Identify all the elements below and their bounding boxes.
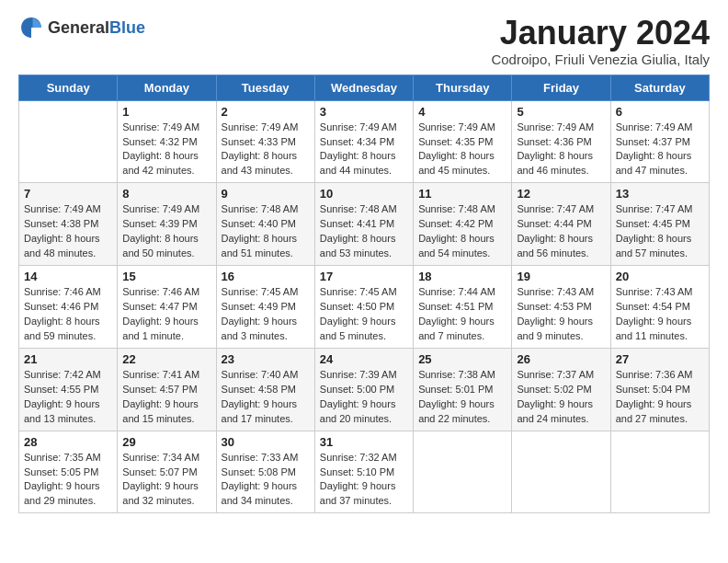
day-number: 13 (616, 187, 704, 201)
cell-details: Sunrise: 7:39 AMSunset: 5:00 PMDaylight:… (320, 369, 397, 424)
calendar-day-cell (512, 431, 610, 513)
cell-details: Sunrise: 7:45 AMSunset: 4:50 PMDaylight:… (320, 286, 397, 341)
calendar-day-cell: 6Sunrise: 7:49 AMSunset: 4:37 PMDaylight… (610, 100, 709, 183)
calendar-day-cell: 13Sunrise: 7:47 AMSunset: 4:45 PMDayligh… (610, 183, 709, 266)
calendar-day-cell: 8Sunrise: 7:49 AMSunset: 4:39 PMDaylight… (118, 183, 216, 266)
weekday-header-cell: Monday (118, 75, 216, 100)
calendar-day-cell: 11Sunrise: 7:48 AMSunset: 4:42 PMDayligh… (414, 183, 512, 266)
day-number: 3 (320, 105, 408, 119)
calendar-day-cell: 16Sunrise: 7:45 AMSunset: 4:49 PMDayligh… (216, 266, 314, 349)
cell-details: Sunrise: 7:45 AMSunset: 4:49 PMDaylight:… (222, 286, 299, 341)
cell-details: Sunrise: 7:46 AMSunset: 4:46 PMDaylight:… (24, 286, 101, 341)
weekday-header-cell: Tuesday (216, 75, 314, 100)
cell-details: Sunrise: 7:47 AMSunset: 4:45 PMDaylight:… (616, 203, 693, 259)
calendar-day-cell: 3Sunrise: 7:49 AMSunset: 4:34 PMDaylight… (314, 100, 413, 183)
day-number: 23 (222, 352, 310, 366)
calendar-body: 1Sunrise: 7:49 AMSunset: 4:32 PMDaylight… (19, 100, 710, 513)
page-header: GeneralBlue January 2024 Codroipo, Friul… (18, 15, 710, 67)
calendar-day-cell: 28Sunrise: 7:35 AMSunset: 5:05 PMDayligh… (19, 431, 118, 513)
day-number: 20 (616, 270, 704, 283)
calendar-day-cell: 17Sunrise: 7:45 AMSunset: 4:50 PMDayligh… (314, 266, 413, 349)
title-block: January 2024 Codroipo, Friuli Venezia Gi… (491, 15, 710, 67)
calendar-day-cell: 29Sunrise: 7:34 AMSunset: 5:07 PMDayligh… (118, 431, 216, 513)
day-number: 15 (122, 270, 210, 283)
cell-details: Sunrise: 7:44 AMSunset: 4:51 PMDaylight:… (418, 286, 495, 341)
cell-details: Sunrise: 7:49 AMSunset: 4:39 PMDaylight:… (122, 203, 199, 259)
cell-details: Sunrise: 7:32 AMSunset: 5:10 PMDaylight:… (320, 452, 397, 507)
cell-details: Sunrise: 7:35 AMSunset: 5:05 PMDaylight:… (24, 452, 101, 507)
calendar-day-cell: 25Sunrise: 7:38 AMSunset: 5:01 PMDayligh… (414, 348, 512, 431)
cell-details: Sunrise: 7:36 AMSunset: 5:04 PMDaylight:… (616, 369, 693, 424)
cell-details: Sunrise: 7:49 AMSunset: 4:35 PMDaylight:… (418, 121, 495, 177)
day-number: 5 (517, 105, 605, 119)
day-number: 4 (418, 105, 506, 119)
weekday-header-cell: Sunday (19, 75, 118, 100)
calendar-day-cell: 26Sunrise: 7:37 AMSunset: 5:02 PMDayligh… (512, 348, 610, 431)
cell-details: Sunrise: 7:34 AMSunset: 5:07 PMDaylight:… (122, 452, 199, 507)
logo-blue: Blue (109, 18, 145, 37)
day-number: 1 (122, 105, 210, 119)
cell-details: Sunrise: 7:42 AMSunset: 4:55 PMDaylight:… (24, 369, 101, 424)
cell-details: Sunrise: 7:41 AMSunset: 4:57 PMDaylight:… (122, 369, 199, 424)
cell-details: Sunrise: 7:49 AMSunset: 4:37 PMDaylight:… (616, 121, 693, 177)
calendar-week-row: 1Sunrise: 7:49 AMSunset: 4:32 PMDaylight… (19, 100, 710, 183)
calendar-day-cell: 31Sunrise: 7:32 AMSunset: 5:10 PMDayligh… (314, 431, 413, 513)
weekday-header-cell: Wednesday (314, 75, 413, 100)
cell-details: Sunrise: 7:48 AMSunset: 4:41 PMDaylight:… (320, 203, 397, 259)
cell-details: Sunrise: 7:49 AMSunset: 4:34 PMDaylight:… (320, 121, 397, 177)
calendar-day-cell: 22Sunrise: 7:41 AMSunset: 4:57 PMDayligh… (118, 348, 216, 431)
logo: GeneralBlue (18, 15, 145, 40)
cell-details: Sunrise: 7:49 AMSunset: 4:36 PMDaylight:… (517, 121, 594, 177)
weekday-header-row: SundayMondayTuesdayWednesdayThursdayFrid… (19, 75, 710, 100)
day-number: 9 (222, 187, 310, 201)
cell-details: Sunrise: 7:38 AMSunset: 5:01 PMDaylight:… (418, 369, 495, 424)
calendar-table: SundayMondayTuesdayWednesdayThursdayFrid… (18, 75, 710, 514)
day-number: 18 (418, 270, 506, 283)
logo-text: GeneralBlue (48, 18, 145, 38)
calendar-day-cell: 12Sunrise: 7:47 AMSunset: 4:44 PMDayligh… (512, 183, 610, 266)
cell-details: Sunrise: 7:49 AMSunset: 4:38 PMDaylight:… (24, 203, 101, 259)
day-number: 7 (24, 187, 112, 201)
calendar-day-cell: 4Sunrise: 7:49 AMSunset: 4:35 PMDaylight… (414, 100, 512, 183)
cell-details: Sunrise: 7:40 AMSunset: 4:58 PMDaylight:… (222, 369, 299, 424)
cell-details: Sunrise: 7:49 AMSunset: 4:33 PMDaylight:… (222, 121, 299, 177)
calendar-day-cell: 14Sunrise: 7:46 AMSunset: 4:46 PMDayligh… (19, 266, 118, 349)
cell-details: Sunrise: 7:43 AMSunset: 4:54 PMDaylight:… (616, 286, 693, 341)
cell-details: Sunrise: 7:46 AMSunset: 4:47 PMDaylight:… (122, 286, 199, 341)
day-number: 2 (222, 105, 310, 119)
day-number: 8 (122, 187, 210, 201)
day-number: 16 (222, 270, 310, 283)
day-number: 26 (517, 352, 605, 366)
calendar-week-row: 14Sunrise: 7:46 AMSunset: 4:46 PMDayligh… (19, 266, 710, 349)
day-number: 12 (517, 187, 605, 201)
calendar-day-cell: 30Sunrise: 7:33 AMSunset: 5:08 PMDayligh… (216, 431, 314, 513)
cell-details: Sunrise: 7:47 AMSunset: 4:44 PMDaylight:… (517, 203, 594, 259)
calendar-day-cell: 23Sunrise: 7:40 AMSunset: 4:58 PMDayligh… (216, 348, 314, 431)
logo-general: General (48, 18, 109, 37)
day-number: 31 (320, 435, 408, 449)
cell-details: Sunrise: 7:48 AMSunset: 4:42 PMDaylight:… (418, 203, 495, 259)
day-number: 11 (418, 187, 506, 201)
calendar-day-cell: 2Sunrise: 7:49 AMSunset: 4:33 PMDaylight… (216, 100, 314, 183)
day-number: 22 (122, 352, 210, 366)
calendar-day-cell: 1Sunrise: 7:49 AMSunset: 4:32 PMDaylight… (118, 100, 216, 183)
day-number: 30 (222, 435, 310, 449)
cell-details: Sunrise: 7:49 AMSunset: 4:32 PMDaylight:… (122, 121, 199, 177)
calendar-day-cell: 19Sunrise: 7:43 AMSunset: 4:53 PMDayligh… (512, 266, 610, 349)
weekday-header-cell: Friday (512, 75, 610, 100)
calendar-week-row: 21Sunrise: 7:42 AMSunset: 4:55 PMDayligh… (19, 348, 710, 431)
calendar-day-cell (19, 100, 118, 183)
calendar-week-row: 28Sunrise: 7:35 AMSunset: 5:05 PMDayligh… (19, 431, 710, 513)
calendar-day-cell (610, 431, 709, 513)
day-number: 21 (24, 352, 112, 366)
cell-details: Sunrise: 7:43 AMSunset: 4:53 PMDaylight:… (517, 286, 594, 341)
calendar-day-cell: 5Sunrise: 7:49 AMSunset: 4:36 PMDaylight… (512, 100, 610, 183)
cell-details: Sunrise: 7:33 AMSunset: 5:08 PMDaylight:… (222, 452, 299, 507)
day-number: 29 (122, 435, 210, 449)
cell-details: Sunrise: 7:37 AMSunset: 5:02 PMDaylight:… (517, 369, 594, 424)
day-number: 24 (320, 352, 408, 366)
day-number: 10 (320, 187, 408, 201)
calendar-week-row: 7Sunrise: 7:49 AMSunset: 4:38 PMDaylight… (19, 183, 710, 266)
day-number: 6 (616, 105, 704, 119)
calendar-day-cell: 15Sunrise: 7:46 AMSunset: 4:47 PMDayligh… (118, 266, 216, 349)
